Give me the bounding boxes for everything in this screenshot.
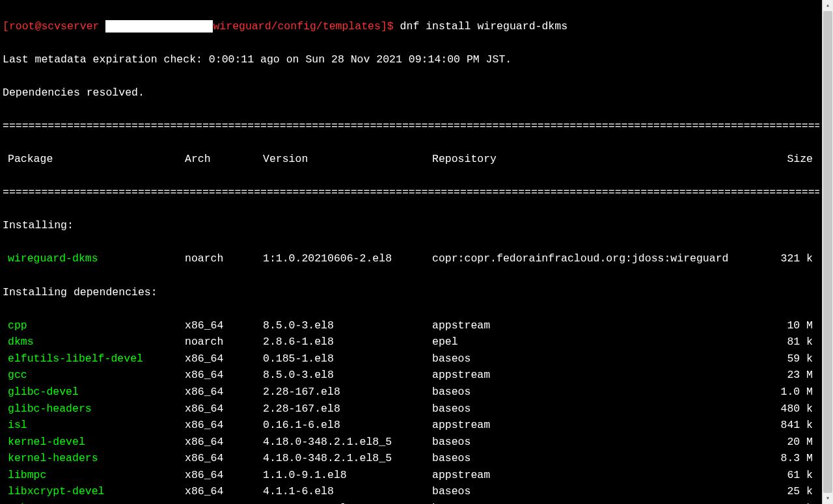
package-name: kernel-devel bbox=[3, 434, 185, 451]
package-arch: x86_64 bbox=[185, 483, 263, 500]
divider: ========================================… bbox=[3, 184, 819, 201]
header-package: Package bbox=[3, 151, 185, 168]
package-name: kernel-headers bbox=[3, 450, 185, 467]
package-name: cpp bbox=[3, 317, 185, 334]
package-arch: x86_64 bbox=[185, 500, 263, 504]
package-version: 4.1.1-6.el8 bbox=[263, 483, 432, 500]
package-arch: x86_64 bbox=[185, 417, 263, 434]
package-repo: appstream bbox=[432, 367, 774, 384]
package-name: glibc-devel bbox=[3, 384, 185, 401]
table-row: cppx86_648.5.0-3.el8appstream10 M bbox=[3, 317, 819, 334]
prompt-user-host: [root@scvserver bbox=[3, 20, 105, 33]
package-size: 61 k bbox=[774, 467, 819, 484]
package-size: 1.0 M bbox=[774, 384, 819, 401]
package-version: 8.5.0-3.el8 bbox=[263, 317, 432, 334]
package-name: gcc bbox=[3, 367, 185, 384]
package-name: isl bbox=[3, 417, 185, 434]
package-repo: epel bbox=[432, 334, 774, 351]
package-size: 10 M bbox=[774, 317, 819, 334]
package-name: wireguard-dkms bbox=[3, 250, 185, 267]
package-repo: baseos bbox=[432, 483, 774, 500]
package-repo: baseos bbox=[432, 450, 774, 467]
table-row: elfutils-libelf-develx86_640.185-1.el8ba… bbox=[3, 351, 819, 367]
package-arch: x86_64 bbox=[185, 401, 263, 418]
table-row: libmpcx86_641.1.0-9.1.el8appstream61 k bbox=[3, 467, 819, 484]
package-size: 25 k bbox=[774, 483, 819, 500]
header-repository: Repository bbox=[432, 151, 774, 168]
package-arch: noarch bbox=[185, 334, 263, 351]
deps-resolved: Dependencies resolved. bbox=[3, 85, 819, 101]
terminal-output[interactable]: [root@scvserver wireguard/config/templat… bbox=[0, 0, 822, 504]
table-row: makex86_641:4.2.1-11.el8baseos498 k bbox=[3, 500, 819, 504]
package-version: 4.18.0-348.2.1.el8_5 bbox=[263, 434, 432, 451]
table-row: dkmsnoarch2.8.6-1.el8epel81 k bbox=[3, 334, 819, 351]
package-repo: baseos bbox=[432, 500, 774, 504]
package-size: 8.3 M bbox=[774, 450, 819, 467]
package-name: glibc-headers bbox=[3, 401, 185, 418]
package-size: 20 M bbox=[774, 434, 819, 451]
package-size: 321 k bbox=[774, 250, 819, 267]
package-repo: baseos bbox=[432, 384, 774, 401]
package-size: 498 k bbox=[774, 500, 819, 504]
package-version: 1:1.0.20210606-2.el8 bbox=[263, 250, 432, 267]
package-repo: baseos bbox=[432, 434, 774, 451]
package-repo: appstream bbox=[432, 467, 774, 484]
package-name: make bbox=[3, 500, 185, 504]
package-version: 1:4.2.1-11.el8 bbox=[263, 500, 432, 504]
prompt-path: wireguard/config/templates]$ bbox=[213, 20, 393, 33]
scroll-down-arrow-icon[interactable]: ▾ bbox=[823, 493, 833, 504]
scrollbar[interactable]: ▴ ▾ bbox=[822, 0, 833, 504]
package-version: 0.16.1-6.el8 bbox=[263, 417, 432, 434]
prompt-line: [root@scvserver wireguard/config/templat… bbox=[3, 18, 819, 35]
package-version: 2.28-167.el8 bbox=[263, 384, 432, 401]
table-row: kernel-headersx86_644.18.0-348.2.1.el8_5… bbox=[3, 450, 819, 467]
package-version: 2.28-167.el8 bbox=[263, 401, 432, 418]
package-arch: x86_64 bbox=[185, 367, 263, 384]
table-header-row: Package Arch Version Repository Size bbox=[3, 151, 819, 168]
package-name: libmpc bbox=[3, 467, 185, 484]
scroll-up-arrow-icon[interactable]: ▴ bbox=[823, 0, 833, 11]
table-row: kernel-develx86_644.18.0-348.2.1.el8_5ba… bbox=[3, 434, 819, 451]
package-name: elfutils-libelf-devel bbox=[3, 351, 185, 367]
package-size: 480 k bbox=[774, 401, 819, 418]
package-version: 8.5.0-3.el8 bbox=[263, 367, 432, 384]
table-row: gccx86_648.5.0-3.el8appstream23 M bbox=[3, 367, 819, 384]
package-arch: x86_64 bbox=[185, 317, 263, 334]
package-version: 0.185-1.el8 bbox=[263, 351, 432, 367]
package-version: 1.1.0-9.1.el8 bbox=[263, 467, 432, 484]
package-arch: x86_64 bbox=[185, 450, 263, 467]
table-row: islx86_640.16.1-6.el8appstream841 k bbox=[3, 417, 819, 434]
package-name: dkms bbox=[3, 334, 185, 351]
scroll-track[interactable] bbox=[823, 11, 833, 493]
installing-label: Installing: bbox=[3, 217, 819, 234]
table-row: libxcrypt-develx86_644.1.1-6.el8baseos25… bbox=[3, 483, 819, 500]
divider: ========================================… bbox=[3, 118, 819, 135]
package-arch: x86_64 bbox=[185, 351, 263, 367]
package-arch: x86_64 bbox=[185, 434, 263, 451]
table-row: glibc-develx86_642.28-167.el8baseos1.0 M bbox=[3, 384, 819, 401]
package-arch: x86_64 bbox=[185, 467, 263, 484]
redacted-block bbox=[105, 20, 213, 33]
header-version: Version bbox=[263, 151, 432, 168]
package-repo: baseos bbox=[432, 401, 774, 418]
package-size: 59 k bbox=[774, 351, 819, 367]
metadata-line: Last metadata expiration check: 0:00:11 … bbox=[3, 51, 819, 68]
command-text: dnf install wireguard-dkms bbox=[400, 20, 567, 33]
package-size: 81 k bbox=[774, 334, 819, 351]
package-repo: appstream bbox=[432, 417, 774, 434]
package-repo: copr:copr.fedorainfracloud.org:jdoss:wir… bbox=[432, 250, 774, 267]
package-size: 841 k bbox=[774, 417, 819, 434]
package-size: 23 M bbox=[774, 367, 819, 384]
package-arch: x86_64 bbox=[185, 384, 263, 401]
package-name: libxcrypt-devel bbox=[3, 483, 185, 500]
package-repo: baseos bbox=[432, 351, 774, 367]
installing-deps-label: Installing dependencies: bbox=[3, 284, 819, 301]
header-arch: Arch bbox=[185, 151, 263, 168]
package-arch: noarch bbox=[185, 250, 263, 267]
package-version: 2.8.6-1.el8 bbox=[263, 334, 432, 351]
package-repo: appstream bbox=[432, 317, 774, 334]
header-size: Size bbox=[774, 151, 819, 168]
table-row: wireguard-dkms noarch 1:1.0.20210606-2.e… bbox=[3, 250, 819, 267]
scroll-thumb[interactable] bbox=[823, 11, 832, 493]
table-row: glibc-headersx86_642.28-167.el8baseos480… bbox=[3, 401, 819, 418]
